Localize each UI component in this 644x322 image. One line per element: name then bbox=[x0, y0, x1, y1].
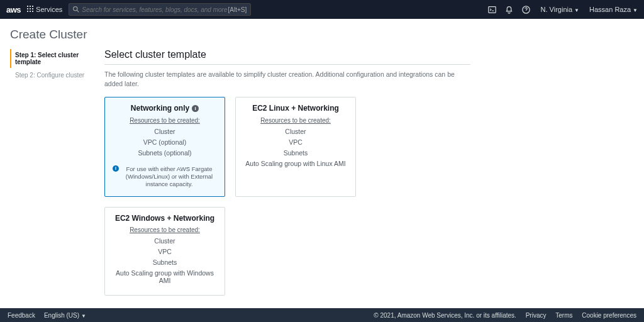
copyright: © 2021, Amazon Web Services, Inc. or its… bbox=[374, 312, 516, 319]
template-networking-only[interactable]: Networking only i Resources to be create… bbox=[104, 97, 225, 196]
resource-item: VPC bbox=[110, 248, 219, 255]
template-ec2-windows[interactable]: EC2 Windows + Networking Resources to be… bbox=[104, 207, 225, 296]
section-title: Select cluster template bbox=[104, 49, 470, 65]
aws-logo[interactable]: aws bbox=[6, 5, 21, 14]
resource-item: Subnets bbox=[110, 258, 219, 266]
info-icon[interactable]: i bbox=[192, 105, 199, 112]
svg-line-10 bbox=[77, 10, 79, 12]
template-ec2-linux[interactable]: EC2 Linux + Networking Resources to be c… bbox=[235, 97, 356, 196]
search-icon bbox=[73, 6, 79, 13]
user-menu[interactable]: Hassan Raza▼ bbox=[589, 6, 638, 13]
svg-rect-7 bbox=[30, 11, 31, 12]
resource-item: Subnets (optional) bbox=[110, 149, 219, 157]
resource-item: Cluster bbox=[110, 237, 219, 245]
cookie-preferences-link[interactable]: Cookie preferences bbox=[582, 312, 636, 319]
resource-item: VPC bbox=[241, 138, 350, 146]
template-note: i For use with either AWS Fargate (Windo… bbox=[110, 165, 219, 189]
svg-rect-6 bbox=[27, 11, 28, 12]
resources-header: Resources to be created: bbox=[110, 117, 219, 124]
footer: Feedback English (US)▼ © 2021, Amazon We… bbox=[0, 308, 644, 322]
feedback-link[interactable]: Feedback bbox=[8, 312, 35, 319]
resources-header: Resources to be created: bbox=[110, 226, 219, 233]
top-nav: aws Services [Alt+S] N. Virginia▼ Hassan… bbox=[0, 0, 644, 19]
wizard-steps: Step 1: Select cluster template Step 2: … bbox=[10, 49, 104, 309]
svg-rect-8 bbox=[32, 11, 33, 12]
search-input[interactable] bbox=[82, 6, 228, 13]
privacy-link[interactable]: Privacy bbox=[526, 312, 547, 319]
language-selector[interactable]: English (US)▼ bbox=[44, 312, 86, 319]
resource-item: Cluster bbox=[110, 128, 219, 135]
svg-rect-5 bbox=[32, 8, 33, 9]
search-container: [Alt+S] bbox=[69, 3, 251, 16]
resource-item: Auto Scaling group with Linux AMI bbox=[241, 160, 350, 167]
resource-item: Cluster bbox=[241, 128, 350, 135]
svg-rect-1 bbox=[30, 6, 31, 7]
notifications-icon[interactable] bbox=[505, 6, 513, 14]
template-title: EC2 Windows + Networking bbox=[115, 214, 214, 223]
resource-item: Subnets bbox=[241, 149, 350, 157]
resources-header: Resources to be created: bbox=[241, 117, 350, 124]
svg-point-9 bbox=[74, 7, 77, 11]
step-1[interactable]: Step 1: Select cluster template bbox=[10, 49, 104, 68]
intro-text: The following cluster templates are avai… bbox=[104, 70, 470, 88]
template-grid: Networking only i Resources to be create… bbox=[104, 97, 470, 296]
template-title: EC2 Linux + Networking bbox=[252, 104, 339, 113]
template-title: Networking only bbox=[131, 104, 189, 113]
services-menu[interactable]: Services bbox=[36, 6, 62, 13]
svg-rect-2 bbox=[32, 6, 33, 7]
step-2: Step 2: Configure cluster bbox=[10, 69, 104, 81]
services-grid-icon[interactable] bbox=[27, 5, 33, 14]
resource-item: VPC (optional) bbox=[110, 138, 219, 146]
terms-link[interactable]: Terms bbox=[555, 312, 572, 319]
resource-item: Auto Scaling group with Windows AMI bbox=[110, 269, 219, 284]
svg-rect-11 bbox=[488, 6, 495, 13]
info-icon: i bbox=[113, 165, 119, 172]
region-selector[interactable]: N. Virginia▼ bbox=[541, 6, 579, 13]
cloudshell-icon[interactable] bbox=[488, 6, 496, 14]
page-title: Create Cluster bbox=[10, 28, 644, 42]
help-icon[interactable] bbox=[522, 6, 530, 14]
svg-rect-0 bbox=[27, 6, 28, 7]
search-shortcut: [Alt+S] bbox=[228, 6, 247, 13]
svg-rect-3 bbox=[27, 8, 28, 9]
svg-rect-4 bbox=[30, 8, 31, 9]
